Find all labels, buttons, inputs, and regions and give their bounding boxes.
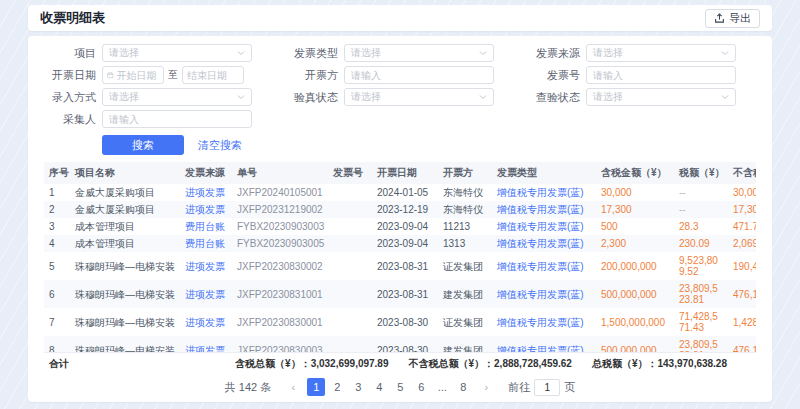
cell-tax: -- xyxy=(674,201,728,218)
invoice-date-start[interactable] xyxy=(102,66,164,84)
table-row: 8 珠穆朗玛峰—电梯安装 进项发票 JXFP20230830003 2023-0… xyxy=(44,336,756,352)
next-page-button[interactable]: › xyxy=(477,378,495,396)
issuer-input[interactable] xyxy=(344,66,494,84)
cell-amount-incl-tax: 2,300 xyxy=(596,235,674,252)
invoice-source-link[interactable]: 进项发票 xyxy=(180,336,232,352)
cell-amount-excl-tax: 2,069.91 xyxy=(728,235,756,252)
cell-project-name: 珠穆朗玛峰—电梯安装 xyxy=(70,336,180,352)
cell-invoice-type: 增值税专用发票(蓝) xyxy=(492,218,596,235)
cell-project-name: 成本管理项目 xyxy=(70,235,180,252)
cell-invoice-date: 2024-01-05 xyxy=(372,184,438,201)
table-row: 5 珠穆朗玛峰—电梯安装 进项发票 JXFP20230830002 2023-0… xyxy=(44,252,756,280)
page-button[interactable]: 3 xyxy=(349,378,367,396)
total-count: 共 142 条 xyxy=(225,380,271,395)
cell-invoice-no xyxy=(328,308,372,336)
cell-index: 8 xyxy=(44,336,70,352)
cell-index: 3 xyxy=(44,218,70,235)
cell-project-name: 金威大厦采购项目 xyxy=(70,184,180,201)
cell-amount-excl-tax: 190,476,190.48 xyxy=(728,252,756,280)
page-button[interactable]: 6 xyxy=(412,378,430,396)
check-status-select[interactable]: 请选择 xyxy=(586,88,736,106)
page-title: 收票明细表 xyxy=(40,9,105,27)
cell-invoice-no xyxy=(328,280,372,308)
invoice-type-select[interactable]: 请选择 xyxy=(344,44,494,62)
invoice-source-link[interactable]: 进项发票 xyxy=(180,201,232,218)
cell-index: 1 xyxy=(44,184,70,201)
cell-project-name: 金威大厦采购项目 xyxy=(70,201,180,218)
cell-invoice-date: 2023-09-04 xyxy=(372,218,438,235)
cell-order-no: FYBX20230903003 xyxy=(232,218,328,235)
chevron-down-icon xyxy=(237,49,245,57)
invoice-source-select[interactable]: 请选择 xyxy=(586,44,736,62)
invoice-source-link[interactable]: 进项发票 xyxy=(180,184,232,201)
cell-tax: 9,523,809.52 xyxy=(674,252,728,280)
cell-tax: -- xyxy=(674,184,728,201)
export-button[interactable]: 导出 xyxy=(705,9,760,28)
invoice-source-link[interactable]: 费用台账 xyxy=(180,235,232,252)
cell-amount-incl-tax: 30,000 xyxy=(596,184,674,201)
cell-invoice-date: 2023-08-31 xyxy=(372,280,438,308)
cell-project-name: 珠穆朗玛峰—电梯安装 xyxy=(70,252,180,280)
chevron-down-icon xyxy=(721,93,729,101)
cell-project-name: 珠穆朗玛峰—电梯安装 xyxy=(70,308,180,336)
entry-mode-select[interactable]: 请选择 xyxy=(102,88,252,106)
clear-search-button[interactable]: 清空搜索 xyxy=(198,138,242,153)
cell-order-no: JXFP20230830003 xyxy=(232,336,328,352)
cell-index: 2 xyxy=(44,201,70,218)
page-button[interactable]: 1 xyxy=(307,378,325,396)
cell-issuer: 东海特仪 xyxy=(438,184,492,201)
filter-invoice-type: 发票类型 请选择 xyxy=(286,44,494,62)
column-header: 单号 xyxy=(232,162,328,184)
page-button[interactable]: ... xyxy=(433,378,451,396)
cell-invoice-type: 增值税专用发票(蓝) xyxy=(492,280,596,308)
cell-invoice-no xyxy=(328,184,372,201)
invoice-source-link[interactable]: 进项发票 xyxy=(180,252,232,280)
invoice-no-input[interactable] xyxy=(586,66,736,84)
totals-row: 合计 含税总额（¥）：3,032,699,097.89 不含税总额（¥）：2,8… xyxy=(44,352,756,375)
invoice-source-link[interactable]: 进项发票 xyxy=(180,280,232,308)
page-button[interactable]: 2 xyxy=(328,378,346,396)
page-button[interactable]: 8 xyxy=(454,378,472,396)
table-wrap: 序号项目名称发票来源单号发票号开票日期开票方发票类型含税金额（¥）税额（¥）不含… xyxy=(44,162,756,352)
header-bar: 收票明细表 导出 xyxy=(28,5,772,31)
invoice-source-link[interactable]: 费用台账 xyxy=(180,218,232,235)
cell-order-no: JXFP20230830002 xyxy=(232,252,328,280)
page-button[interactable]: 5 xyxy=(391,378,409,396)
invoice-source-link[interactable]: 进项发票 xyxy=(180,308,232,336)
cell-tax: 71,428,571.43 xyxy=(674,308,728,336)
filter-verify-status: 验真状态 请选择 xyxy=(286,88,494,106)
goto-page-input[interactable] xyxy=(534,379,560,396)
project-select[interactable]: 请选择 xyxy=(102,44,252,62)
cell-invoice-date: 2023-12-19 xyxy=(372,201,438,218)
cell-invoice-no xyxy=(328,218,372,235)
cell-order-no: JXFP20230831001 xyxy=(232,280,328,308)
invoice-date-end-input[interactable] xyxy=(187,70,239,81)
pagination-bar: 共 142 条 ‹ 123456...8 › 前往 页 xyxy=(44,375,756,398)
search-button[interactable]: 搜索 xyxy=(102,135,184,155)
cell-order-no: FYBX20230903005 xyxy=(232,235,328,252)
prev-page-button[interactable]: ‹ xyxy=(284,378,302,396)
filter-actions: 搜索 清空搜索 xyxy=(102,135,756,155)
cell-amount-incl-tax: 500,000,000 xyxy=(596,280,674,308)
page-buttons: 123456...8 xyxy=(307,378,472,396)
page-button[interactable]: 4 xyxy=(370,378,388,396)
column-header: 发票类型 xyxy=(492,162,596,184)
cell-amount-excl-tax: 30,000 xyxy=(728,184,756,201)
table-row: 2 金威大厦采购项目 进项发票 JXFP20231219002 2023-12-… xyxy=(44,201,756,218)
collector-input[interactable] xyxy=(102,110,252,128)
invoice-date-start-input[interactable] xyxy=(117,70,159,81)
column-header: 不含税金额（¥） xyxy=(728,162,756,184)
chevron-down-icon xyxy=(479,93,487,101)
cell-amount-incl-tax: 500 xyxy=(596,218,674,235)
cell-invoice-no xyxy=(328,235,372,252)
cell-project-name: 成本管理项目 xyxy=(70,218,180,235)
cell-issuer: 1313 xyxy=(438,235,492,252)
body-card: 项目 请选择 发票类型 请选择 发票来源 请选择 xyxy=(28,36,772,402)
verify-status-select[interactable]: 请选择 xyxy=(344,88,494,106)
cell-invoice-date: 2023-08-31 xyxy=(372,252,438,280)
cell-amount-excl-tax: 17,300 xyxy=(728,201,756,218)
cell-invoice-no xyxy=(328,252,372,280)
cell-invoice-date: 2023-08-30 xyxy=(372,336,438,352)
invoice-date-end[interactable] xyxy=(182,66,244,84)
cell-order-no: JXFP20230830001 xyxy=(232,308,328,336)
